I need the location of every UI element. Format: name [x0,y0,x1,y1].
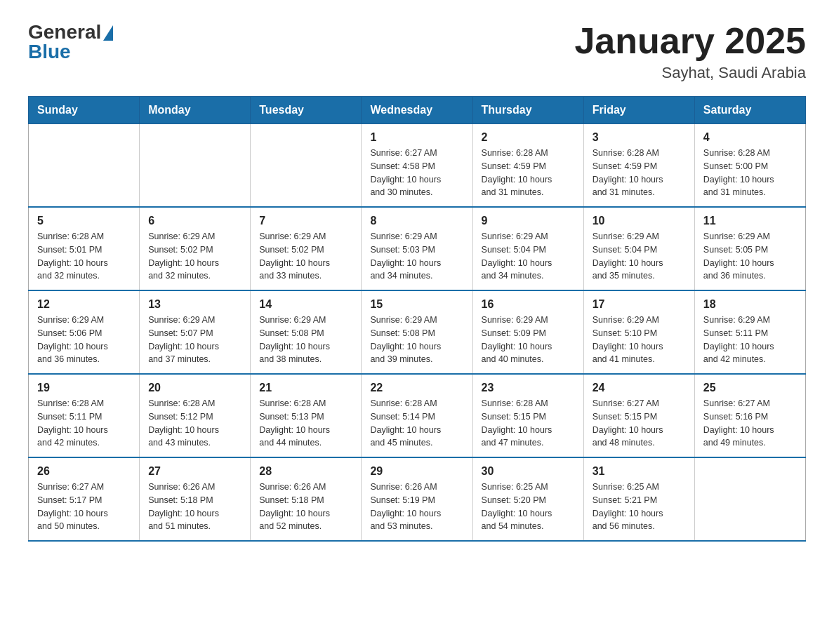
day-number: 4 [703,131,797,144]
table-row: 29Sunrise: 6:26 AMSunset: 5:19 PMDayligh… [362,457,472,541]
table-row: 8Sunrise: 6:29 AMSunset: 5:03 PMDaylight… [362,207,472,290]
logo-text-blue: Blue [28,41,113,63]
day-info: Sunrise: 6:29 AMSunset: 5:04 PMDaylight:… [482,230,575,283]
day-info: Sunrise: 6:29 AMSunset: 5:04 PMDaylight:… [593,230,686,283]
day-number: 26 [37,465,131,478]
day-info: Sunrise: 6:29 AMSunset: 5:07 PMDaylight:… [148,314,241,366]
week-row-3: 12Sunrise: 6:29 AMSunset: 5:06 PMDayligh… [29,290,806,374]
day-info: Sunrise: 6:29 AMSunset: 5:11 PMDaylight:… [703,314,797,366]
day-info: Sunrise: 6:28 AMSunset: 5:11 PMDaylight:… [37,397,131,450]
day-number: 18 [703,298,797,311]
table-row: 28Sunrise: 6:26 AMSunset: 5:18 PMDayligh… [251,457,362,541]
day-info: Sunrise: 6:28 AMSunset: 5:12 PMDaylight:… [148,397,241,450]
table-row: 25Sunrise: 6:27 AMSunset: 5:16 PMDayligh… [694,374,805,457]
table-row: 7Sunrise: 6:29 AMSunset: 5:02 PMDaylight… [251,207,362,290]
day-number: 30 [482,465,575,478]
week-row-2: 5Sunrise: 6:28 AMSunset: 5:01 PMDaylight… [29,207,806,290]
table-row [251,124,362,208]
weekday-header-wednesday: Wednesday [362,97,472,124]
table-row: 15Sunrise: 6:29 AMSunset: 5:08 PMDayligh… [362,290,472,374]
weekday-header-tuesday: Tuesday [251,97,362,124]
day-number: 25 [703,382,797,394]
table-row: 18Sunrise: 6:29 AMSunset: 5:11 PMDayligh… [694,290,805,374]
day-info: Sunrise: 6:27 AMSunset: 5:16 PMDaylight:… [703,397,797,450]
calendar-title: January 2025 [574,21,806,61]
day-number: 29 [370,465,463,478]
day-info: Sunrise: 6:28 AMSunset: 5:01 PMDaylight:… [37,230,131,283]
table-row: 2Sunrise: 6:28 AMSunset: 4:59 PMDaylight… [472,124,583,208]
day-info: Sunrise: 6:25 AMSunset: 5:21 PMDaylight:… [593,481,686,533]
table-row [140,124,251,208]
day-info: Sunrise: 6:28 AMSunset: 4:59 PMDaylight:… [593,147,686,199]
weekday-header-saturday: Saturday [694,97,805,124]
logo-triangle-icon [103,25,113,41]
table-row: 12Sunrise: 6:29 AMSunset: 5:06 PMDayligh… [29,290,140,374]
logo: General Blue [28,21,113,63]
table-row [29,124,140,208]
week-row-5: 26Sunrise: 6:27 AMSunset: 5:17 PMDayligh… [29,457,806,541]
weekday-header-row: SundayMondayTuesdayWednesdayThursdayFrid… [29,97,806,124]
table-row: 10Sunrise: 6:29 AMSunset: 5:04 PMDayligh… [583,207,694,290]
day-info: Sunrise: 6:29 AMSunset: 5:08 PMDaylight:… [370,314,463,366]
day-number: 2 [482,131,575,144]
day-info: Sunrise: 6:29 AMSunset: 5:02 PMDaylight:… [148,230,241,283]
weekday-header-sunday: Sunday [29,97,140,124]
day-number: 11 [703,215,797,227]
day-info: Sunrise: 6:29 AMSunset: 5:02 PMDaylight:… [259,230,352,283]
day-number: 7 [259,215,352,227]
day-number: 12 [37,298,131,311]
table-row: 17Sunrise: 6:29 AMSunset: 5:10 PMDayligh… [583,290,694,374]
day-info: Sunrise: 6:29 AMSunset: 5:10 PMDaylight:… [593,314,686,366]
calendar-body: 1Sunrise: 6:27 AMSunset: 4:58 PMDaylight… [29,124,806,542]
day-info: Sunrise: 6:29 AMSunset: 5:06 PMDaylight:… [37,314,131,366]
logo-text-general: General [28,21,101,43]
day-number: 28 [259,465,352,478]
day-info: Sunrise: 6:29 AMSunset: 5:08 PMDaylight:… [259,314,352,366]
table-row: 23Sunrise: 6:28 AMSunset: 5:15 PMDayligh… [472,374,583,457]
table-row: 5Sunrise: 6:28 AMSunset: 5:01 PMDaylight… [29,207,140,290]
day-info: Sunrise: 6:29 AMSunset: 5:03 PMDaylight:… [370,230,463,283]
table-row: 9Sunrise: 6:29 AMSunset: 5:04 PMDaylight… [472,207,583,290]
table-row: 31Sunrise: 6:25 AMSunset: 5:21 PMDayligh… [583,457,694,541]
day-number: 9 [482,215,575,227]
day-info: Sunrise: 6:29 AMSunset: 5:05 PMDaylight:… [703,230,797,283]
table-row: 27Sunrise: 6:26 AMSunset: 5:18 PMDayligh… [140,457,251,541]
day-info: Sunrise: 6:28 AMSunset: 5:13 PMDaylight:… [259,397,352,450]
day-number: 8 [370,215,463,227]
week-row-4: 19Sunrise: 6:28 AMSunset: 5:11 PMDayligh… [29,374,806,457]
table-row: 26Sunrise: 6:27 AMSunset: 5:17 PMDayligh… [29,457,140,541]
day-number: 19 [37,382,131,394]
day-number: 22 [370,382,463,394]
day-number: 21 [259,382,352,394]
calendar-table: SundayMondayTuesdayWednesdayThursdayFrid… [28,96,806,542]
day-info: Sunrise: 6:26 AMSunset: 5:18 PMDaylight:… [259,481,352,533]
day-info: Sunrise: 6:28 AMSunset: 5:15 PMDaylight:… [482,397,575,450]
day-number: 15 [370,298,463,311]
table-row: 30Sunrise: 6:25 AMSunset: 5:20 PMDayligh… [472,457,583,541]
day-number: 24 [593,382,686,394]
table-row: 16Sunrise: 6:29 AMSunset: 5:09 PMDayligh… [472,290,583,374]
table-row: 4Sunrise: 6:28 AMSunset: 5:00 PMDaylight… [694,124,805,208]
day-number: 14 [259,298,352,311]
table-row: 13Sunrise: 6:29 AMSunset: 5:07 PMDayligh… [140,290,251,374]
week-row-1: 1Sunrise: 6:27 AMSunset: 4:58 PMDaylight… [29,124,806,208]
calendar-subtitle: Sayhat, Saudi Arabia [574,64,806,82]
table-row: 20Sunrise: 6:28 AMSunset: 5:12 PMDayligh… [140,374,251,457]
day-info: Sunrise: 6:27 AMSunset: 4:58 PMDaylight:… [370,147,463,199]
weekday-header-thursday: Thursday [472,97,583,124]
table-row [694,457,805,541]
day-info: Sunrise: 6:28 AMSunset: 5:14 PMDaylight:… [370,397,463,450]
day-info: Sunrise: 6:27 AMSunset: 5:15 PMDaylight:… [593,397,686,450]
weekday-header-monday: Monday [140,97,251,124]
table-row: 3Sunrise: 6:28 AMSunset: 4:59 PMDaylight… [583,124,694,208]
table-row: 19Sunrise: 6:28 AMSunset: 5:11 PMDayligh… [29,374,140,457]
table-row: 22Sunrise: 6:28 AMSunset: 5:14 PMDayligh… [362,374,472,457]
day-info: Sunrise: 6:26 AMSunset: 5:18 PMDaylight:… [148,481,241,533]
table-row: 21Sunrise: 6:28 AMSunset: 5:13 PMDayligh… [251,374,362,457]
day-info: Sunrise: 6:26 AMSunset: 5:19 PMDaylight:… [370,481,463,533]
day-number: 31 [593,465,686,478]
calendar-header: SundayMondayTuesdayWednesdayThursdayFrid… [29,97,806,124]
day-number: 6 [148,215,241,227]
day-info: Sunrise: 6:25 AMSunset: 5:20 PMDaylight:… [482,481,575,533]
day-number: 5 [37,215,131,227]
